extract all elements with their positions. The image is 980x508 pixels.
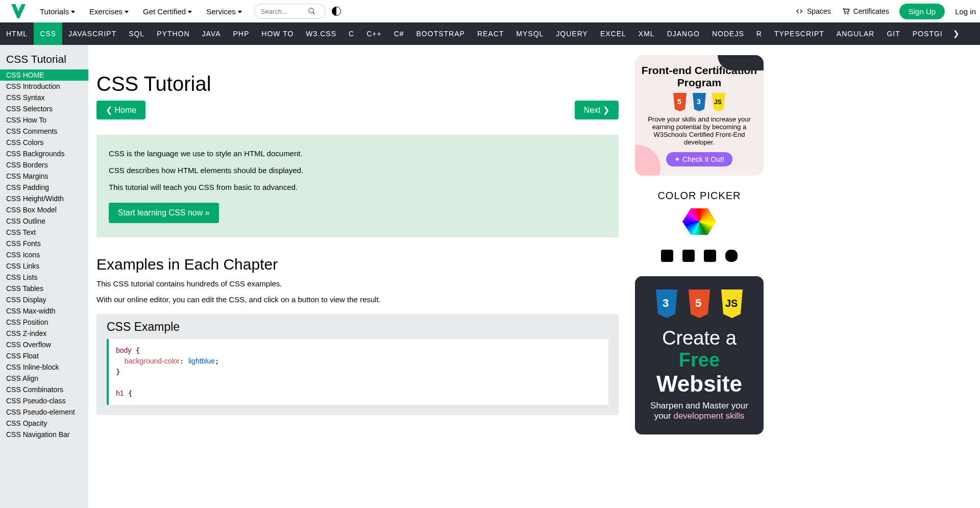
color-picker-icon[interactable] [682,207,716,236]
sidebar-title: CSS Tutorial [0,51,88,69]
nav-scroll-right[interactable]: ❯ [949,29,964,38]
top-menu: Tutorials Exercises Get Certified Servic… [33,7,249,16]
nav-typescript[interactable]: TYPESCRIPT [768,22,830,45]
sidebar-item[interactable]: CSS Tables [0,283,88,294]
start-learning-button[interactable]: Start learning CSS now » [109,203,219,223]
menu-getcertified[interactable]: Get Certified [136,7,199,16]
sidebar-item[interactable]: CSS Introduction [0,81,88,92]
svg-point-3 [844,13,846,14]
sidebar-item[interactable]: CSS Margins [0,171,88,182]
sidebar-item[interactable]: CSS Z-index [0,328,88,339]
html5-icon: 5 [672,93,688,111]
sidebar-item[interactable]: CSS Position [0,317,88,328]
subject-navbar: HTMLCSSJAVASCRIPTSQLPYTHONJAVAPHPHOW TOW… [0,22,980,45]
sidebar-item[interactable]: CSS Pseudo-element [0,406,88,418]
sidebar-item[interactable]: CSS Navigation Bar [0,429,88,440]
nav-excel[interactable]: EXCEL [594,22,632,45]
free-website-promo[interactable]: 3 5 JS Create a Free Website Sharpen and… [635,276,764,434]
code-icon [795,8,804,15]
nav-w3.css[interactable]: W3.CSS [300,22,342,45]
sidebar-item[interactable]: CSS Syntax [0,92,88,103]
certificates-link[interactable]: Certificates [841,7,889,15]
sidebar-item[interactable]: CSS Opacity [0,418,88,429]
nav-c#[interactable]: C# [388,22,410,45]
facebook-icon[interactable] [661,250,673,262]
sidebar-item[interactable]: CSS Combinators [0,384,88,395]
sidebar-item[interactable]: CSS Fonts [0,238,88,249]
nav-django[interactable]: DJANGO [661,22,706,45]
dark-mode-toggle[interactable] [332,7,341,16]
svg-text:3: 3 [697,98,701,106]
sidebar-item[interactable]: CSS Borders [0,159,88,171]
discord-icon[interactable] [725,250,738,262]
search-box[interactable] [254,4,326,19]
js-icon: JS [710,93,727,111]
nav-css[interactable]: CSS [34,22,62,45]
nav-sql[interactable]: SQL [122,22,151,45]
sidebar-item[interactable]: CSS Lists [0,272,88,283]
nav-mysql[interactable]: MYSQL [510,22,550,45]
nav-postgi[interactable]: POSTGI [906,22,949,45]
sidebar-item[interactable]: CSS Inline-block [0,361,88,373]
sidebar-item[interactable]: CSS Height/Width [0,193,88,204]
search-input[interactable] [261,8,308,15]
nav-react[interactable]: REACT [471,22,510,45]
sidebar: CSS Tutorial CSS HOMECSS IntroductionCSS… [0,45,88,508]
nav-how to[interactable]: HOW TO [255,22,300,45]
sidebar-item[interactable]: CSS Box Model [0,204,88,215]
nav-xml[interactable]: XML [632,22,661,45]
sidebar-item[interactable]: CSS Outline [0,215,88,227]
sidebar-item[interactable]: CSS Align [0,373,88,384]
nav-php[interactable]: PHP [227,22,256,45]
nav-nodejs[interactable]: NODEJS [706,22,750,45]
sidebar-item[interactable]: CSS Max-width [0,305,88,317]
svg-text:5: 5 [695,297,701,309]
sidebar-item[interactable]: CSS HOME [0,69,88,81]
search-icon[interactable] [308,7,316,15]
sidebar-item[interactable]: CSS Comments [0,126,88,137]
svg-text:3: 3 [22,6,25,10]
sidebar-item[interactable]: CSS Icons [0,249,88,260]
sidebar-item[interactable]: CSS Selectors [0,103,88,114]
nav-html[interactable]: HTML [0,22,34,45]
w3schools-logo[interactable]: 3 [9,2,28,20]
menu-tutorials[interactable]: Tutorials [33,7,82,16]
nav-c[interactable]: C [342,22,360,45]
svg-line-2 [313,12,315,14]
promo-sub: Sharpen and Master youryour development … [640,401,758,421]
linkedin-icon[interactable] [704,250,716,262]
intro-line-3: This tutorial will teach you CSS from ba… [109,183,606,191]
check-it-out-button[interactable]: ✦ Check It Out! [666,152,732,166]
sidebar-item[interactable]: CSS Display [0,294,88,305]
nav-angular[interactable]: ANGULAR [830,22,881,45]
nav-bootstrap[interactable]: BOOTSTRAP [410,22,471,45]
nav-java[interactable]: JAVA [196,22,227,45]
next-button[interactable]: Next ❯ [575,101,619,119]
sidebar-item[interactable]: CSS Overflow [0,339,88,350]
nav-python[interactable]: PYTHON [151,22,195,45]
sidebar-item[interactable]: CSS Float [0,350,88,361]
example-box: CSS Example body { background-color: lig… [96,314,619,415]
code-block: body { background-color: lightblue; } h1… [107,339,608,405]
menu-exercises[interactable]: Exercises [82,7,136,16]
nav-git[interactable]: GIT [880,22,906,45]
login-button[interactable]: Log in [955,7,976,16]
sidebar-item[interactable]: CSS Links [0,260,88,272]
example-title: CSS Example [107,320,608,334]
nav-javascript[interactable]: JAVASCRIPT [62,22,122,45]
nav-jquery[interactable]: JQUERY [550,22,594,45]
nav-c++[interactable]: C++ [360,22,387,45]
sidebar-item[interactable]: CSS Backgrounds [0,148,88,159]
sidebar-item[interactable]: CSS Colors [0,137,88,148]
sidebar-item[interactable]: CSS Text [0,227,88,238]
nav-r[interactable]: R [750,22,768,45]
sidebar-item[interactable]: CSS How To [0,114,88,126]
sidebar-item[interactable]: CSS Padding [0,182,88,193]
signup-button[interactable]: Sign Up [899,4,945,19]
sidebar-item[interactable]: CSS Pseudo-class [0,395,88,406]
cert-promo[interactable]: Front-end Certification Program 5 3 JS P… [635,55,764,176]
instagram-icon[interactable] [682,250,695,262]
home-button[interactable]: ❮ Home [96,101,145,119]
menu-services[interactable]: Services [199,7,249,16]
spaces-link[interactable]: Spaces [795,7,831,15]
